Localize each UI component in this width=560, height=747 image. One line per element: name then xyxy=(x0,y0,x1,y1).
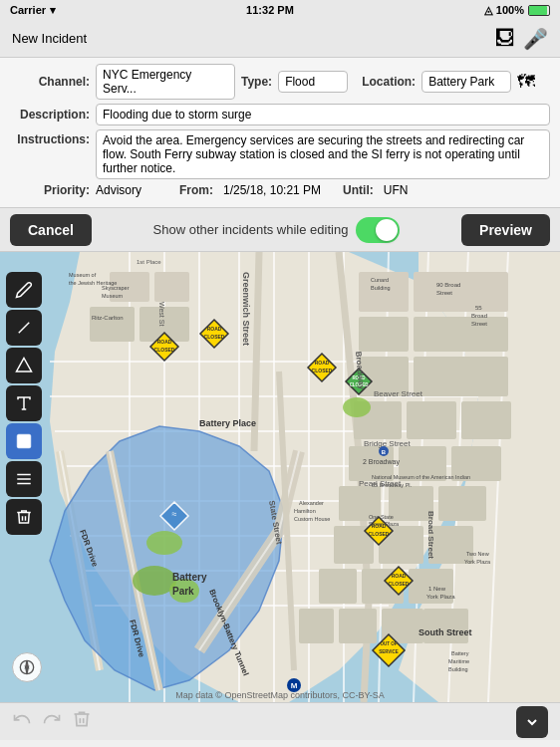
svg-text:CLOSED: CLOSED xyxy=(369,531,390,537)
svg-text:55: 55 xyxy=(475,305,482,311)
channel-input[interactable]: NYC Emergency Serv... xyxy=(96,64,235,100)
svg-text:CLOSED: CLOSED xyxy=(312,368,333,374)
map-credit: Map data © OpenStreetMap contributors, C… xyxy=(175,690,384,700)
svg-text:85 Broadway Pl.: 85 Broadway Pl. xyxy=(372,482,413,488)
time-label: 11:32 PM xyxy=(246,4,294,16)
from-label: From: xyxy=(179,183,213,197)
svg-rect-30 xyxy=(359,317,409,352)
svg-rect-37 xyxy=(407,401,456,439)
svg-marker-138 xyxy=(26,660,29,667)
map-pin-icon[interactable]: 🗺 xyxy=(517,72,535,93)
svg-rect-29 xyxy=(458,272,508,312)
svg-text:Park: Park xyxy=(172,586,194,597)
from-value: 1/25/18, 10:21 PM xyxy=(223,183,321,197)
svg-text:Cunard: Cunard xyxy=(371,277,389,283)
svg-text:West St: West St xyxy=(158,302,165,326)
svg-text:Maritime: Maritime xyxy=(448,658,469,664)
svg-text:Battery Place: Battery Place xyxy=(199,418,256,428)
draw-polygon-button[interactable] xyxy=(6,348,42,383)
svg-text:Hamilton: Hamilton xyxy=(294,508,316,514)
svg-text:Beaver Street: Beaver Street xyxy=(374,389,423,398)
svg-text:Bridge Street: Bridge Street xyxy=(364,439,411,448)
svg-rect-35 xyxy=(458,357,508,396)
carrier-label: Carrier xyxy=(10,4,46,16)
type-label: Type: xyxy=(241,75,272,89)
svg-text:M: M xyxy=(291,681,298,690)
location-input[interactable]: Battery Park xyxy=(421,71,511,93)
svg-rect-38 xyxy=(461,401,511,439)
undo-button[interactable] xyxy=(12,709,32,734)
svg-text:OUT OF: OUT OF xyxy=(381,641,398,646)
svg-rect-52 xyxy=(339,609,377,643)
until-label: Until: xyxy=(343,183,374,197)
svg-text:Street Plaza: Street Plaza xyxy=(369,521,400,527)
svg-text:Street: Street xyxy=(436,290,452,296)
gps-icon: ◬ xyxy=(484,4,492,17)
priority-row: Priority: Advisory From: 1/25/18, 10:21 … xyxy=(10,183,550,197)
collapse-button[interactable] xyxy=(516,706,548,738)
preview-button[interactable]: Preview xyxy=(461,214,550,246)
bottom-bar-left xyxy=(12,709,92,734)
svg-rect-48 xyxy=(319,569,357,604)
instructions-label: Instructions: xyxy=(10,129,90,146)
description-label: Description: xyxy=(10,108,90,122)
svg-text:Building: Building xyxy=(371,285,391,291)
toggle-label: Show other incidents while editing xyxy=(153,222,349,237)
svg-text:National Museum of the America: National Museum of the American Indian xyxy=(372,474,470,480)
svg-text:Alexander: Alexander xyxy=(299,500,324,506)
nav-title: New Incident xyxy=(12,31,87,46)
description-row: Description: xyxy=(10,104,550,125)
svg-text:1st Place: 1st Place xyxy=(137,259,161,265)
svg-text:Battery: Battery xyxy=(451,650,469,656)
svg-text:CLOSED: CLOSED xyxy=(204,334,225,340)
priority-label: Priority: xyxy=(10,183,90,197)
draw-delete-button[interactable] xyxy=(6,499,42,535)
battery-icon xyxy=(528,5,550,16)
svg-text:Two New: Two New xyxy=(466,551,489,557)
svg-text:One State: One State xyxy=(369,514,394,520)
svg-rect-51 xyxy=(299,609,334,643)
svg-text:Broad Street: Broad Street xyxy=(426,511,435,559)
svg-text:South Street: South Street xyxy=(419,627,472,637)
photo-icon[interactable]: ⛾ xyxy=(495,27,515,50)
compass-button[interactable] xyxy=(12,652,42,682)
svg-point-58 xyxy=(343,397,371,417)
svg-text:Battery: Battery xyxy=(172,572,207,583)
svg-marker-139 xyxy=(26,667,29,674)
draw-rect-button[interactable] xyxy=(6,423,42,459)
description-input[interactable] xyxy=(96,104,550,125)
svg-text:Broad: Broad xyxy=(471,313,487,319)
svg-rect-25 xyxy=(90,307,135,342)
priority-value: Advisory xyxy=(96,183,141,197)
wifi-icon: ▾ xyxy=(50,4,56,17)
svg-text:CLOSED: CLOSED xyxy=(154,347,175,353)
channel-label: Channel: xyxy=(10,75,90,89)
svg-text:York Plaza: York Plaza xyxy=(426,594,455,600)
draw-text-button[interactable] xyxy=(6,385,42,421)
toggle-switch[interactable] xyxy=(356,217,400,243)
svg-text:≈: ≈ xyxy=(172,509,177,519)
svg-rect-44 xyxy=(438,486,486,521)
svg-text:Museum of: Museum of xyxy=(69,272,97,278)
battery-label: 100% xyxy=(496,4,524,16)
map-area[interactable]: ROAD CLOSED ROAD CLOSED ROAD CLOSED ROAD… xyxy=(0,252,560,702)
cancel-button[interactable]: Cancel xyxy=(10,214,92,246)
instructions-input[interactable]: Avoid the area. Emergency services are s… xyxy=(96,129,550,179)
draw-line-button[interactable] xyxy=(6,310,42,346)
svg-text:York Plaza: York Plaza xyxy=(464,559,491,565)
draw-pencil-button[interactable] xyxy=(6,272,42,308)
bottom-bar xyxy=(0,702,560,740)
svg-rect-54 xyxy=(423,609,468,643)
mic-icon[interactable]: 🎤 xyxy=(523,27,548,51)
delete-bottom-button[interactable] xyxy=(72,709,92,734)
draw-list-button[interactable] xyxy=(6,461,42,497)
svg-text:ROAD: ROAD xyxy=(207,326,222,332)
svg-text:SERVICE: SERVICE xyxy=(379,649,399,654)
svg-text:ROAD: ROAD xyxy=(315,360,330,366)
redo-button[interactable] xyxy=(42,709,62,734)
type-input[interactable]: Flood xyxy=(278,71,348,93)
svg-line-129 xyxy=(19,323,30,334)
svg-text:Custom House: Custom House xyxy=(294,516,330,522)
svg-text:Ritz-Carlton: Ritz-Carlton xyxy=(92,315,124,321)
channel-row: Channel: NYC Emergency Serv... Type: Flo… xyxy=(10,64,550,100)
